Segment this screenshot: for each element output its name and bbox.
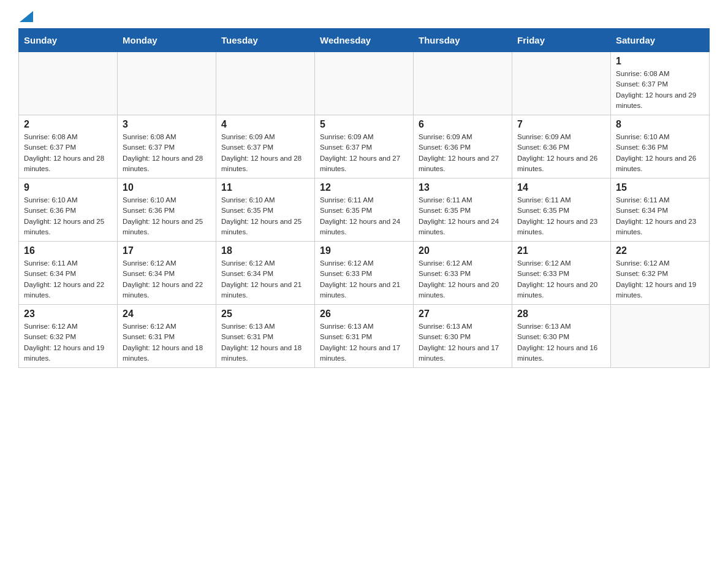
calendar-week-row: 9Sunrise: 6:10 AMSunset: 6:36 PMDaylight… [19, 178, 710, 242]
calendar-cell [414, 52, 512, 115]
calendar-cell: 28Sunrise: 6:13 AMSunset: 6:30 PMDayligh… [512, 305, 611, 368]
calendar-cell: 15Sunrise: 6:11 AMSunset: 6:34 PMDayligh… [611, 178, 710, 242]
calendar-cell: 1Sunrise: 6:08 AMSunset: 6:37 PMDaylight… [611, 52, 710, 115]
weekday-header-saturday: Saturday [611, 29, 710, 52]
calendar-cell: 24Sunrise: 6:12 AMSunset: 6:31 PMDayligh… [118, 305, 216, 368]
calendar-cell: 27Sunrise: 6:13 AMSunset: 6:30 PMDayligh… [414, 305, 512, 368]
day-info: Sunrise: 6:11 AMSunset: 6:35 PMDaylight:… [419, 195, 507, 237]
calendar-cell: 23Sunrise: 6:12 AMSunset: 6:32 PMDayligh… [19, 305, 118, 368]
day-number: 15 [616, 182, 704, 193]
calendar-week-row: 2Sunrise: 6:08 AMSunset: 6:37 PMDaylight… [19, 115, 710, 178]
calendar-cell: 9Sunrise: 6:10 AMSunset: 6:36 PMDaylight… [19, 178, 118, 242]
day-info: Sunrise: 6:10 AMSunset: 6:35 PMDaylight:… [221, 195, 309, 237]
calendar-cell: 17Sunrise: 6:12 AMSunset: 6:34 PMDayligh… [118, 242, 216, 305]
day-info: Sunrise: 6:12 AMSunset: 6:33 PMDaylight:… [419, 258, 507, 301]
calendar-cell: 2Sunrise: 6:08 AMSunset: 6:37 PMDaylight… [19, 115, 118, 178]
calendar-cell: 6Sunrise: 6:09 AMSunset: 6:36 PMDaylight… [414, 115, 512, 178]
day-info: Sunrise: 6:12 AMSunset: 6:33 PMDaylight:… [517, 258, 605, 301]
day-number: 23 [24, 308, 112, 320]
day-number: 5 [320, 119, 408, 130]
logo-triangle-icon [20, 11, 33, 22]
day-number: 3 [123, 119, 211, 130]
day-info: Sunrise: 6:12 AMSunset: 6:34 PMDaylight:… [221, 258, 309, 301]
calendar-cell: 18Sunrise: 6:12 AMSunset: 6:34 PMDayligh… [216, 242, 315, 305]
weekday-header-sunday: Sunday [19, 29, 118, 52]
calendar-week-row: 16Sunrise: 6:11 AMSunset: 6:34 PMDayligh… [19, 242, 710, 305]
calendar-cell: 13Sunrise: 6:11 AMSunset: 6:35 PMDayligh… [414, 178, 512, 242]
calendar-cell: 16Sunrise: 6:11 AMSunset: 6:34 PMDayligh… [19, 242, 118, 305]
calendar-cell: 26Sunrise: 6:13 AMSunset: 6:31 PMDayligh… [315, 305, 414, 368]
calendar-cell: 7Sunrise: 6:09 AMSunset: 6:36 PMDaylight… [512, 115, 611, 178]
day-number: 24 [123, 308, 211, 320]
calendar-week-row: 23Sunrise: 6:12 AMSunset: 6:32 PMDayligh… [19, 305, 710, 368]
day-number: 11 [221, 182, 309, 193]
day-number: 2 [24, 119, 112, 130]
day-number: 12 [320, 182, 408, 193]
day-number: 18 [221, 245, 309, 256]
day-info: Sunrise: 6:12 AMSunset: 6:33 PMDaylight:… [320, 258, 408, 301]
day-number: 17 [123, 245, 211, 256]
day-info: Sunrise: 6:09 AMSunset: 6:37 PMDaylight:… [320, 132, 408, 174]
day-info: Sunrise: 6:12 AMSunset: 6:34 PMDaylight:… [123, 258, 211, 301]
weekday-header-tuesday: Tuesday [216, 29, 315, 52]
calendar-table: SundayMondayTuesdayWednesdayThursdayFrid… [18, 28, 710, 368]
day-number: 20 [419, 245, 507, 256]
day-number: 21 [517, 245, 605, 256]
day-number: 4 [221, 119, 309, 130]
page-header [18, 12, 710, 22]
weekday-header-friday: Friday [512, 29, 611, 52]
calendar-cell [19, 52, 118, 115]
calendar-cell: 11Sunrise: 6:10 AMSunset: 6:35 PMDayligh… [216, 178, 315, 242]
calendar-cell [315, 52, 414, 115]
calendar-cell [118, 52, 216, 115]
day-info: Sunrise: 6:13 AMSunset: 6:30 PMDaylight:… [419, 321, 507, 364]
weekday-header-thursday: Thursday [414, 29, 512, 52]
day-number: 27 [419, 308, 507, 320]
day-number: 19 [320, 245, 408, 256]
day-number: 25 [221, 308, 309, 320]
calendar-cell [611, 305, 710, 368]
day-number: 26 [320, 308, 408, 320]
day-info: Sunrise: 6:09 AMSunset: 6:36 PMDaylight:… [517, 132, 605, 174]
day-info: Sunrise: 6:11 AMSunset: 6:35 PMDaylight:… [320, 195, 408, 237]
calendar-cell: 14Sunrise: 6:11 AMSunset: 6:35 PMDayligh… [512, 178, 611, 242]
day-info: Sunrise: 6:11 AMSunset: 6:34 PMDaylight:… [24, 258, 112, 301]
day-info: Sunrise: 6:12 AMSunset: 6:31 PMDaylight:… [123, 321, 211, 364]
day-info: Sunrise: 6:08 AMSunset: 6:37 PMDaylight:… [123, 132, 211, 174]
day-number: 14 [517, 182, 605, 193]
calendar-cell: 25Sunrise: 6:13 AMSunset: 6:31 PMDayligh… [216, 305, 315, 368]
day-info: Sunrise: 6:12 AMSunset: 6:32 PMDaylight:… [616, 258, 704, 301]
calendar-cell: 10Sunrise: 6:10 AMSunset: 6:36 PMDayligh… [118, 178, 216, 242]
day-info: Sunrise: 6:11 AMSunset: 6:34 PMDaylight:… [616, 195, 704, 237]
day-number: 7 [517, 119, 605, 130]
calendar-cell: 20Sunrise: 6:12 AMSunset: 6:33 PMDayligh… [414, 242, 512, 305]
day-number: 28 [517, 308, 605, 320]
calendar-week-row: 1Sunrise: 6:08 AMSunset: 6:37 PMDaylight… [19, 52, 710, 115]
weekday-header-row: SundayMondayTuesdayWednesdayThursdayFrid… [19, 29, 710, 52]
day-number: 16 [24, 245, 112, 256]
day-info: Sunrise: 6:10 AMSunset: 6:36 PMDaylight:… [123, 195, 211, 237]
calendar-cell [216, 52, 315, 115]
day-number: 1 [616, 56, 704, 67]
calendar-cell: 19Sunrise: 6:12 AMSunset: 6:33 PMDayligh… [315, 242, 414, 305]
day-number: 22 [616, 245, 704, 256]
calendar-cell: 3Sunrise: 6:08 AMSunset: 6:37 PMDaylight… [118, 115, 216, 178]
day-number: 13 [419, 182, 507, 193]
day-info: Sunrise: 6:13 AMSunset: 6:31 PMDaylight:… [221, 321, 309, 364]
day-info: Sunrise: 6:11 AMSunset: 6:35 PMDaylight:… [517, 195, 605, 237]
calendar-cell: 4Sunrise: 6:09 AMSunset: 6:37 PMDaylight… [216, 115, 315, 178]
day-info: Sunrise: 6:13 AMSunset: 6:31 PMDaylight:… [320, 321, 408, 364]
calendar-cell [512, 52, 611, 115]
calendar-cell: 8Sunrise: 6:10 AMSunset: 6:36 PMDaylight… [611, 115, 710, 178]
svg-marker-0 [20, 11, 33, 22]
day-info: Sunrise: 6:09 AMSunset: 6:36 PMDaylight:… [419, 132, 507, 174]
day-number: 9 [24, 182, 112, 193]
day-info: Sunrise: 6:13 AMSunset: 6:30 PMDaylight:… [517, 321, 605, 364]
day-number: 10 [123, 182, 211, 193]
day-number: 6 [419, 119, 507, 130]
day-info: Sunrise: 6:10 AMSunset: 6:36 PMDaylight:… [616, 132, 704, 174]
day-info: Sunrise: 6:08 AMSunset: 6:37 PMDaylight:… [24, 132, 112, 174]
calendar-cell: 21Sunrise: 6:12 AMSunset: 6:33 PMDayligh… [512, 242, 611, 305]
weekday-header-monday: Monday [118, 29, 216, 52]
logo [18, 12, 33, 22]
